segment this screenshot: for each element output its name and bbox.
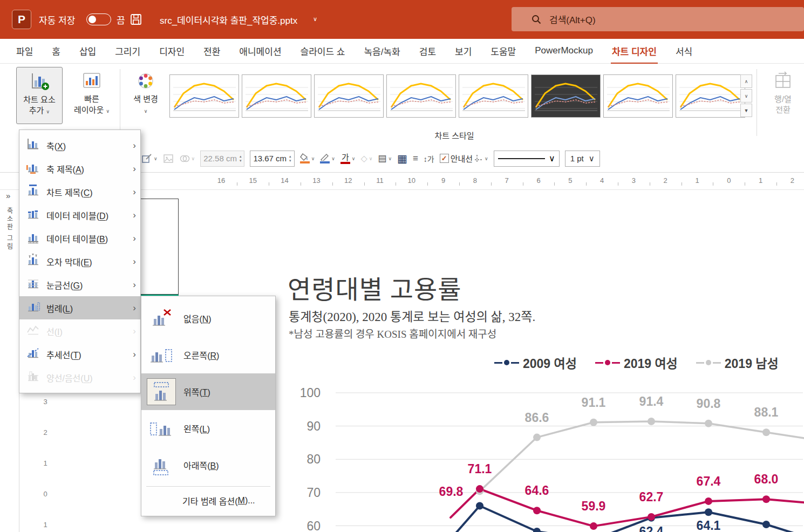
gallery-more-button[interactable]: ▼: [740, 104, 752, 117]
filename-chevron-icon[interactable]: ∨: [313, 16, 317, 23]
tab-12[interactable]: 도움말: [489, 38, 517, 64]
tab-4[interactable]: 그리기: [114, 38, 141, 64]
tab-8[interactable]: 슬라이드 쇼: [299, 38, 346, 64]
menu-item-legend[interactable]: 범례(L)›: [19, 296, 140, 319]
legend-option-left[interactable]: 왼쪽(L): [141, 410, 275, 447]
autosave-toggle[interactable]: [86, 13, 111, 25]
tab-3[interactable]: 삽입: [78, 38, 97, 64]
legend-item[interactable]: 2019 남성: [696, 353, 779, 372]
error-bars-icon: [26, 254, 40, 269]
document-title[interactable]: src_데이터시각화 출판_작업중.pptx: [160, 13, 297, 26]
menu-item-label: 축(X): [46, 139, 66, 152]
menu-item-error-bars[interactable]: 오차 막대(E)›: [19, 250, 140, 273]
chart-style-thumbnail-1[interactable]: [169, 74, 239, 118]
menu-item-label: 선(I): [46, 325, 63, 338]
chart-style-thumbnail-7[interactable]: [603, 74, 673, 118]
spin-down-icon[interactable]: ▾: [289, 159, 291, 163]
shape-outline-button[interactable]: ∨: [320, 153, 335, 163]
legend-item[interactable]: 2009 여성: [494, 353, 577, 372]
tab-14[interactable]: 차트 디자인: [611, 38, 658, 64]
quick-layout-label-1: 빠른: [84, 94, 99, 104]
guides-checkbox[interactable]: ✓: [440, 154, 449, 163]
legend-option-right[interactable]: 오른쪽(R): [141, 337, 275, 373]
chart-style-thumbnail-5[interactable]: [459, 74, 528, 118]
menu-item-data-labels[interactable]: 데이터 레이블(D)›: [19, 203, 140, 227]
legend-option-bottom[interactable]: 아래쪽(B): [141, 447, 275, 483]
ruler-number: 16: [216, 176, 227, 185]
change-colors-button[interactable]: 색 변경 ∨: [125, 67, 166, 124]
spin-up-icon[interactable]: ▴: [240, 154, 242, 159]
shape-effects-button[interactable]: ◇ ∨: [360, 153, 372, 163]
shape-fill-button[interactable]: ∨: [300, 153, 315, 163]
powerpoint-logo-icon[interactable]: P: [12, 10, 31, 29]
gallery-scroll-down-button[interactable]: ∨: [740, 89, 752, 103]
edit-shape-icon: [141, 153, 152, 164]
edit-shape-button[interactable]: ∨: [141, 153, 158, 164]
data-table-icon: [26, 230, 40, 246]
spin-down-icon[interactable]: ▾: [240, 159, 242, 163]
legend-option-top[interactable]: 위쪽(T): [141, 373, 275, 410]
chart-title-icon: [26, 184, 40, 200]
tab-13[interactable]: PowerMockup: [534, 39, 594, 63]
legend-line-icon: [612, 362, 620, 364]
menu-item-axis-title[interactable]: 축 제목(A)›: [19, 157, 140, 180]
submenu-arrow-icon: ›: [133, 140, 136, 151]
more-legend-options[interactable]: 기타 범례 옵션(M)...: [141, 489, 275, 512]
add-chart-element-button[interactable]: 차트 요소 추가 ∨: [16, 67, 63, 124]
quick-layout-button[interactable]: 빠른 레이아웃 ∨: [67, 67, 117, 124]
switch-row-column-button[interactable]: 행/열 전환: [763, 67, 803, 124]
grid-view-toggle[interactable]: ▦: [397, 152, 407, 165]
slide-note[interactable]: *남성 고용률의 경우 KOSIS 홈페이지에서 재구성: [289, 326, 496, 340]
chart-style-thumbnail-2[interactable]: [242, 74, 311, 118]
menu-item-data-table[interactable]: 데이터 테이블(B)›: [19, 227, 140, 250]
guides-icon: [474, 154, 483, 163]
menu-item-label: 데이터 레이블(D): [46, 209, 108, 222]
menu-item-axes[interactable]: 축(X)›: [19, 134, 140, 157]
change-picture-button[interactable]: [163, 153, 174, 164]
expand-pane-icon[interactable]: »: [6, 191, 10, 200]
tab-9[interactable]: 녹음/녹화: [363, 38, 401, 64]
chart-style-thumbnail-3[interactable]: [314, 74, 384, 118]
line-style-combo[interactable]: ∨: [494, 151, 560, 167]
save-icon[interactable]: [130, 13, 142, 26]
menu-item-gridlines[interactable]: 눈금선(G)›: [19, 273, 140, 296]
add-element-label-2: 추가: [29, 106, 44, 115]
tab-7[interactable]: 애니메이션: [238, 38, 282, 64]
sort-text-button[interactable]: ↕가: [424, 153, 434, 164]
legend-label: 2019 여성: [624, 353, 678, 372]
chart-style-thumbnail-6[interactable]: [531, 74, 601, 118]
legend-item[interactable]: 2019 여성: [595, 353, 678, 372]
submenu-arrow-icon: ›: [133, 326, 136, 337]
chevron-down-icon: ∨: [485, 156, 488, 161]
merge-shapes-button[interactable]: ∨: [179, 153, 195, 164]
tab-5[interactable]: 디자인: [158, 38, 186, 64]
chart-legend[interactable]: 2009 여성2019 여성2019 남성: [494, 353, 779, 372]
tab-1[interactable]: 파일: [15, 38, 34, 64]
line-weight-combo[interactable]: 1 pt ∨: [565, 151, 600, 167]
collapsed-thumbnail-pane[interactable]: » 축소판 그림: [0, 190, 19, 532]
font-color-button[interactable]: 가 ∨: [340, 153, 356, 164]
legend-option-none[interactable]: 없음(N): [141, 300, 275, 337]
gallery-scroll-up-button[interactable]: ∧: [740, 74, 752, 88]
align-button[interactable]: ▤ ∨: [378, 153, 392, 164]
ruler-number: 14: [280, 176, 290, 185]
ruler-number: 4: [597, 176, 608, 185]
slide-subtitle[interactable]: 통계청(2020), 2020 통계로 보는 여성의 삶, 32쪽.: [289, 306, 535, 325]
tab-15[interactable]: 서식: [674, 38, 693, 64]
search-bar[interactable]: 검색(Alt+Q): [512, 7, 804, 31]
bullet-list-button[interactable]: ≡: [413, 153, 418, 164]
chart-style-thumbnail-4[interactable]: [386, 74, 456, 118]
spin-up-icon[interactable]: ▴: [289, 154, 291, 159]
tab-2[interactable]: 홈: [51, 38, 62, 64]
data-labels-icon: [26, 207, 40, 223]
menu-item-trendline[interactable]: 추세선(T)›: [19, 343, 140, 366]
tab-10[interactable]: 검토: [418, 38, 437, 64]
slide-title[interactable]: 연령대별 고용률: [288, 269, 461, 306]
chart-style-thumbnail-8[interactable]: [676, 74, 745, 118]
shape-height-field[interactable]: 13.67 cm ▴▾: [250, 151, 294, 167]
tab-6[interactable]: 전환: [202, 38, 221, 64]
ruler-tick: [301, 182, 301, 186]
menu-item-chart-title[interactable]: 차트 제목(C)›: [19, 180, 140, 203]
tab-11[interactable]: 보기: [454, 38, 473, 64]
shape-width-field[interactable]: 22.58 cm ▴▾: [200, 151, 244, 167]
